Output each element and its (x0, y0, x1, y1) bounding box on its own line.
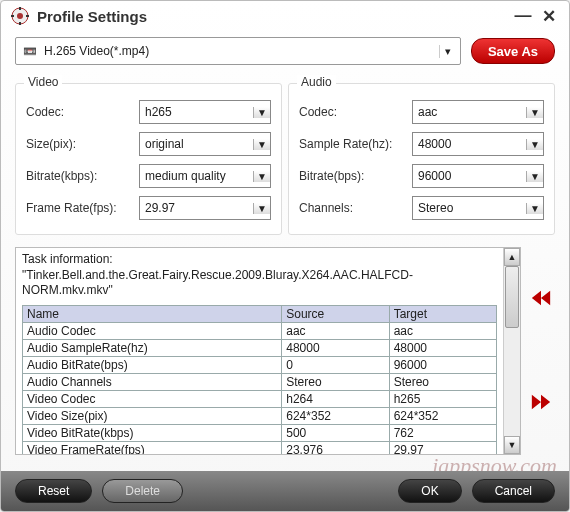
close-button[interactable]: ✕ (539, 6, 559, 27)
table-cell: Audio Channels (23, 373, 282, 390)
table-cell: Video Size(pix) (23, 407, 282, 424)
video-bitrate-select[interactable]: medium quality▼ (139, 164, 271, 188)
audio-samplerate-label: Sample Rate(hz): (299, 137, 412, 151)
table-cell: aac (389, 322, 496, 339)
svg-rect-3 (19, 22, 21, 25)
table-cell: Audio SampleRate(hz) (23, 339, 282, 356)
table-row: Audio ChannelsStereoStereo (23, 373, 497, 390)
table-cell: 48000 (282, 339, 389, 356)
table-cell: Video Codec (23, 390, 282, 407)
audio-channels-label: Channels: (299, 201, 412, 215)
table-cell: 624*352 (282, 407, 389, 424)
audio-section: Audio Codec:aac▼ Sample Rate(hz):48000▼ … (288, 83, 555, 235)
video-size-label: Size(pix): (26, 137, 139, 151)
table-cell: 762 (389, 424, 496, 441)
table-cell: 500 (282, 424, 389, 441)
video-bitrate-label: Bitrate(kbps): (26, 169, 139, 183)
table-cell: 23.976 (282, 441, 389, 454)
table-cell: 0 (282, 356, 389, 373)
chevron-down-icon[interactable]: ▼ (253, 139, 270, 150)
chevron-down-icon[interactable]: ▼ (526, 139, 543, 150)
audio-channels-select[interactable]: Stereo▼ (412, 196, 544, 220)
save-as-button[interactable]: Save As (471, 38, 555, 64)
chevron-down-icon[interactable]: ▼ (253, 203, 270, 214)
profile-select-arrow[interactable]: ▾ (439, 45, 456, 58)
audio-samplerate-select[interactable]: 48000▼ (412, 132, 544, 156)
delete-button[interactable]: Delete (102, 479, 183, 503)
format-icon: 📼 (20, 45, 40, 58)
table-row: Video Size(pix)624*352624*352 (23, 407, 497, 424)
table-cell: h264 (282, 390, 389, 407)
task-info-box: Task information: "Tinker.Bell.and.the.G… (15, 247, 521, 455)
vertical-scrollbar[interactable]: ▲ ▼ (503, 248, 520, 454)
app-icon (11, 7, 29, 25)
table-row: Audio BitRate(bps)096000 (23, 356, 497, 373)
scroll-down-button[interactable]: ▼ (504, 436, 520, 454)
audio-codec-label: Codec: (299, 105, 412, 119)
table-cell: Video BitRate(kbps) (23, 424, 282, 441)
chevron-down-icon[interactable]: ▼ (526, 107, 543, 118)
rewind-button[interactable] (530, 288, 552, 311)
svg-rect-4 (11, 15, 14, 17)
svg-rect-2 (19, 7, 21, 10)
reset-button[interactable]: Reset (15, 479, 92, 503)
chevron-down-icon[interactable]: ▼ (253, 171, 270, 182)
table-cell: Audio Codec (23, 322, 282, 339)
col-target: Target (389, 305, 496, 322)
scroll-up-button[interactable]: ▲ (504, 248, 520, 266)
table-row: Audio SampleRate(hz)4800048000 (23, 339, 497, 356)
col-source: Source (282, 305, 389, 322)
table-cell: 48000 (389, 339, 496, 356)
svg-point-1 (17, 13, 23, 19)
chevron-down-icon[interactable]: ▼ (253, 107, 270, 118)
chevron-down-icon[interactable]: ▼ (526, 203, 543, 214)
profile-select[interactable]: 📼 H.265 Video(*.mp4) ▾ (15, 37, 461, 65)
table-cell: Stereo (282, 373, 389, 390)
col-name: Name (23, 305, 282, 322)
video-section: Video Codec:h265▼ Size(pix):original▼ Bi… (15, 83, 282, 235)
table-row: Video Codech264h265 (23, 390, 497, 407)
table-cell: Audio BitRate(bps) (23, 356, 282, 373)
scroll-thumb[interactable] (505, 266, 519, 328)
video-codec-label: Codec: (26, 105, 139, 119)
minimize-button[interactable]: — (513, 6, 533, 26)
video-size-select[interactable]: original▼ (139, 132, 271, 156)
audio-section-title: Audio (297, 75, 336, 89)
task-info-label: Task information: (22, 252, 113, 266)
cancel-button[interactable]: Cancel (472, 479, 555, 503)
profile-select-label: H.265 Video(*.mp4) (40, 44, 439, 58)
audio-codec-select[interactable]: aac▼ (412, 100, 544, 124)
table-cell: Video FrameRate(fps) (23, 441, 282, 454)
svg-rect-5 (26, 15, 29, 17)
video-section-title: Video (24, 75, 62, 89)
table-row: Video BitRate(kbps)500762 (23, 424, 497, 441)
table-row: Video FrameRate(fps)23.97629.97 (23, 441, 497, 454)
task-info-filename: Tinker.Bell.and.the.Great.Fairy.Rescue.2… (22, 268, 413, 298)
video-framerate-select[interactable]: 29.97▼ (139, 196, 271, 220)
audio-bitrate-label: Bitrate(bps): (299, 169, 412, 183)
comparison-table: Name Source Target Audio CodecaacaacAudi… (22, 305, 497, 454)
table-cell: aac (282, 322, 389, 339)
table-cell: 96000 (389, 356, 496, 373)
table-cell: h265 (389, 390, 496, 407)
audio-bitrate-select[interactable]: 96000▼ (412, 164, 544, 188)
ok-button[interactable]: OK (398, 479, 461, 503)
table-cell: Stereo (389, 373, 496, 390)
table-row: Audio Codecaacaac (23, 322, 497, 339)
table-cell: 624*352 (389, 407, 496, 424)
table-cell: 29.97 (389, 441, 496, 454)
chevron-down-icon[interactable]: ▼ (526, 171, 543, 182)
forward-button[interactable] (530, 392, 552, 415)
video-framerate-label: Frame Rate(fps): (26, 201, 139, 215)
window-title: Profile Settings (37, 8, 147, 25)
video-codec-select[interactable]: h265▼ (139, 100, 271, 124)
